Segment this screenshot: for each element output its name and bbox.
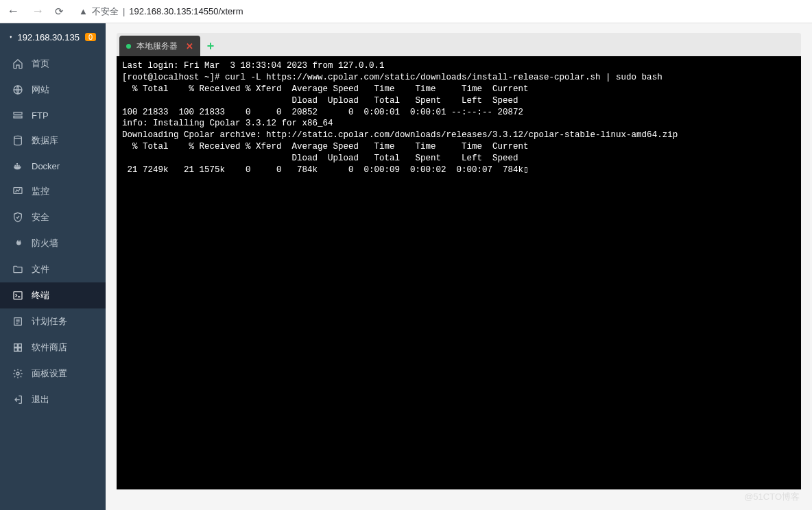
sidebar-item-label: 安全 — [32, 211, 49, 223]
sidebar-item-cron[interactable]: 计划任务 — [0, 308, 106, 335]
svg-rect-13 — [14, 348, 18, 352]
sidebar-item-db[interactable]: 数据库 — [0, 127, 106, 154]
sidebar-item-label: 网站 — [32, 84, 49, 96]
monitor-icon — [12, 186, 23, 197]
folder-icon — [12, 264, 23, 275]
sidebar-item-label: Docker — [32, 161, 60, 171]
svg-rect-5 — [16, 165, 18, 167]
sidebar-host: 192.168.30.135 — [18, 32, 80, 42]
sidebar-item-exit[interactable]: 退出 — [0, 387, 106, 413]
sidebar-item-ftp[interactable]: FTP — [0, 103, 106, 127]
sidebar-item-label: 数据库 — [32, 134, 58, 147]
sidebar-item-monitor[interactable]: 监控 — [0, 178, 106, 204]
main-panel: 本地服务器 ✕ + Last login: Fri Mar 3 18:33:04… — [106, 23, 812, 510]
terminal-icon — [12, 290, 23, 301]
ftp-icon — [12, 110, 23, 121]
svg-rect-6 — [19, 165, 20, 167]
watermark: @51CTO博客 — [744, 491, 800, 503]
sidebar-item-label: 防火墙 — [32, 237, 58, 250]
svg-rect-2 — [14, 116, 22, 118]
sidebar-item-label: 首页 — [32, 58, 49, 70]
sidebar-item-label: 退出 — [32, 393, 49, 406]
sidebar: 192.168.30.135 0 首页网站FTP数据库Docker监控安全防火墙… — [0, 23, 106, 510]
exit-icon — [12, 394, 23, 405]
docker-icon — [12, 160, 23, 171]
shield-icon — [10, 32, 12, 42]
svg-rect-12 — [19, 344, 22, 348]
sidebar-item-label: 终端 — [32, 289, 49, 302]
sidebar-item-shield[interactable]: 安全 — [0, 204, 106, 230]
svg-rect-7 — [16, 163, 18, 165]
terminal-window: 本地服务器 ✕ + Last login: Fri Mar 3 18:33:04… — [117, 33, 801, 489]
insecure-label: 不安全 — [92, 5, 119, 18]
sidebar-item-folder[interactable]: 文件 — [0, 256, 106, 282]
sidebar-item-home[interactable]: 首页 — [0, 51, 106, 77]
sidebar-item-label: 软件商店 — [32, 341, 67, 354]
sidebar-item-label: 面板设置 — [32, 367, 67, 380]
sidebar-item-label: 文件 — [32, 263, 49, 276]
gear-icon — [12, 368, 23, 379]
close-icon[interactable]: ✕ — [186, 41, 193, 51]
sidebar-item-label: 计划任务 — [32, 315, 67, 328]
address-bar[interactable]: ▲ 不安全 | 192.168.30.135:14550/xterm — [73, 3, 807, 21]
cron-icon — [12, 316, 23, 327]
home-icon — [12, 58, 23, 69]
content-area: 192.168.30.135 0 首页网站FTP数据库Docker监控安全防火墙… — [0, 23, 812, 510]
tab-label: 本地服务器 — [136, 40, 178, 52]
svg-point-3 — [14, 136, 22, 138]
sidebar-item-globe[interactable]: 网站 — [0, 77, 106, 103]
status-dot-icon — [126, 44, 131, 49]
db-icon — [12, 135, 23, 146]
svg-rect-14 — [19, 348, 22, 352]
shield-icon — [12, 212, 23, 223]
svg-rect-11 — [14, 344, 18, 348]
insecure-icon: ▲ — [79, 6, 88, 16]
sidebar-item-gear[interactable]: 面板设置 — [0, 361, 106, 387]
reload-button[interactable]: ⟳ — [55, 5, 64, 18]
url-text: 192.168.30.135:14550/xterm — [129, 6, 243, 16]
tab-bar: 本地服务器 ✕ + — [117, 33, 801, 56]
svg-point-15 — [16, 372, 19, 375]
sidebar-item-terminal[interactable]: 终端 — [0, 282, 106, 308]
store-icon — [12, 342, 23, 353]
sidebar-item-fire[interactable]: 防火墙 — [0, 230, 106, 256]
sidebar-item-label: FTP — [32, 110, 49, 121]
tab-local-server[interactable]: 本地服务器 ✕ — [119, 36, 200, 56]
forward-button[interactable]: → — [30, 3, 45, 20]
globe-icon — [12, 84, 23, 95]
svg-rect-9 — [14, 292, 22, 300]
browser-toolbar: ← → ⟳ ▲ 不安全 | 192.168.30.135:14550/xterm — [0, 0, 812, 23]
back-button[interactable]: ← — [5, 3, 21, 20]
svg-rect-4 — [14, 165, 16, 167]
sidebar-item-label: 监控 — [32, 185, 49, 197]
notification-badge[interactable]: 0 — [85, 33, 96, 41]
fire-icon — [12, 238, 23, 249]
sidebar-header[interactable]: 192.168.30.135 0 — [0, 23, 106, 51]
separator: | — [123, 6, 125, 16]
svg-rect-1 — [14, 112, 22, 114]
terminal-output[interactable]: Last login: Fri Mar 3 18:33:04 2023 from… — [117, 56, 801, 489]
add-tab-button[interactable]: + — [200, 36, 221, 56]
sidebar-item-docker[interactable]: Docker — [0, 154, 106, 178]
sidebar-item-store[interactable]: 软件商店 — [0, 335, 106, 361]
